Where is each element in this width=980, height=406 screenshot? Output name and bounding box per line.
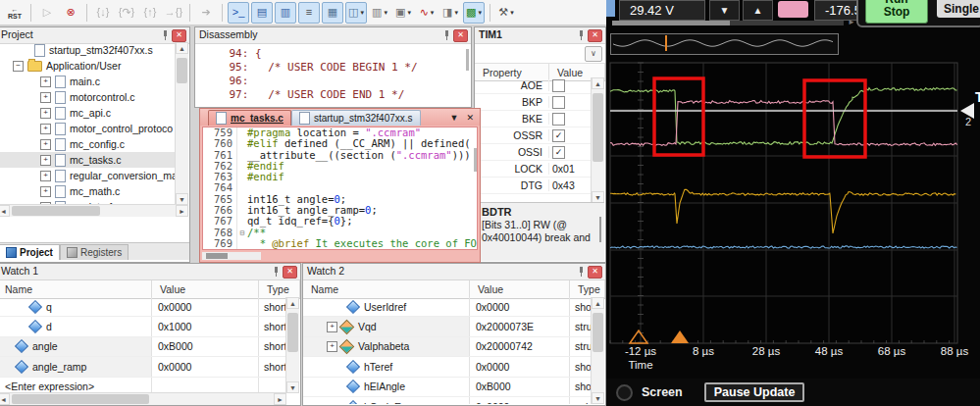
column-header-value[interactable]: Value — [470, 280, 570, 298]
editor-tab-startup-stm32f407xx-s[interactable]: startup_stm32f407xx.s — [291, 110, 421, 126]
watch-value-cell[interactable]: 0xB000 — [152, 337, 259, 356]
watch-row-angle-ramp[interactable]: angle_ramp0x0000short — [0, 357, 286, 377]
scroll-up-icon[interactable]: ▲ — [176, 42, 188, 54]
step-into-button[interactable]: {↓} — [92, 2, 114, 24]
tim1-row-ossi[interactable]: OSSI✓ — [475, 144, 592, 161]
scroll-up-icon[interactable]: ▲ — [286, 297, 299, 309]
pin-icon[interactable] — [272, 267, 280, 277]
watch-value-cell[interactable]: 0x0000 — [152, 357, 259, 376]
pause-update-button[interactable]: Pause Update — [704, 382, 805, 402]
watch-value-cell[interactable] — [152, 378, 259, 393]
tab-project[interactable]: Project — [0, 244, 60, 260]
watch-value-cell[interactable]: 0x0000 — [470, 297, 570, 316]
pin-icon[interactable] — [577, 30, 585, 40]
expand-icon[interactable]: + — [327, 341, 337, 352]
system-viewer-button[interactable]: ▩▾ — [463, 2, 485, 24]
disassembly-content[interactable]: 94: { 95: /* USER CODE BEGIN 1 */ 96: 97… — [195, 44, 471, 106]
analysis-window-button[interactable]: ∿▾ — [416, 2, 438, 24]
watch-value-cell[interactable]: 0x20000742 — [470, 337, 570, 356]
close-tab-icon[interactable]: ✕ — [466, 113, 474, 123]
watch1-horizontal-scrollbar[interactable]: ◄ ► — [0, 392, 286, 405]
command-window-button[interactable]: >_ — [228, 2, 249, 24]
watch-window-button[interactable]: ◫▾ — [345, 2, 367, 24]
level-increase-button[interactable]: ▲ — [743, 0, 773, 21]
tree-item-motorcontrol-c[interactable]: +motorcontrol.c — [0, 89, 176, 105]
watch-value-cell[interactable]: 0x1000 — [152, 317, 259, 335]
tree-item-main-c[interactable]: +main.c — [0, 74, 176, 89]
close-icon[interactable]: ✕ — [283, 266, 297, 279]
screen-radio-button[interactable] — [616, 384, 633, 401]
tim1-vertical-scrollbar[interactable]: ▲ ▼ — [591, 77, 604, 203]
checkbox-unchecked[interactable] — [552, 113, 565, 126]
expand-icon[interactable]: + — [40, 76, 51, 87]
watch-row-useridref[interactable]: UserIdref0x0000shor — [303, 297, 592, 317]
column-header-name[interactable]: Name — [0, 280, 152, 298]
close-icon[interactable]: ✕ — [588, 29, 602, 42]
tree-item-mc-math-c[interactable]: +mc_math.c — [0, 183, 176, 199]
tree-item-application-user[interactable]: −Application/User — [0, 58, 176, 74]
watch-value-cell[interactable]: 0x0000 — [470, 397, 570, 404]
tree-item-mc-config-c[interactable]: +mc_config.c — [0, 136, 176, 152]
watch1-vertical-scrollbar[interactable]: ▲ ▼ — [285, 297, 299, 393]
watch-row-hteref[interactable]: hTeref0x0000shor — [303, 357, 592, 377]
run-to-line-button[interactable]: →{} — [163, 2, 184, 24]
editor-vertical-scrollbar[interactable] — [474, 148, 477, 172]
run-stop-button[interactable]: Run Stop — [865, 0, 928, 24]
tim1-row-bkp[interactable]: BKP — [475, 94, 592, 111]
disassembly-scrollbar[interactable] — [466, 49, 469, 71]
single-button[interactable]: Single — [937, 0, 980, 18]
watch-value-cell[interactable]: 0x2000073E — [470, 317, 570, 335]
chevron-down-icon[interactable]: ∨ — [585, 46, 602, 62]
watch-row-hcodeerror[interactable]: hCodeError0x0000usho — [303, 397, 592, 404]
step-out-button[interactable]: {↑} — [139, 2, 161, 24]
expand-icon[interactable]: + — [40, 171, 51, 181]
code-line[interactable]: 762#endif — [203, 161, 477, 172]
tree-item-mc-tasks-c[interactable]: +mc_tasks.c — [0, 152, 176, 168]
code-line[interactable]: 761__attribute__((section (".ccmram"))) — [203, 150, 477, 161]
channel2-level-readout[interactable]: 29.42 V — [619, 0, 705, 21]
close-icon[interactable]: ✕ — [453, 29, 468, 42]
watch-row-q[interactable]: q0x0000short — [0, 297, 286, 317]
checkbox-checked[interactable]: ✓ — [552, 146, 565, 159]
tree-item-motor-control-protoco[interactable]: +motor_control_protoco — [0, 121, 176, 136]
expand-icon[interactable]: + — [40, 139, 51, 150]
serial-window-button[interactable]: ▣▾ — [392, 2, 414, 24]
scroll-left-icon[interactable]: ◄ — [0, 205, 10, 217]
watch-row-vqd[interactable]: +Vqd0x2000073Estru — [303, 317, 592, 336]
tim1-row-lock[interactable]: LOCK0x01 — [475, 161, 592, 178]
memory-window-button[interactable]: ▥▾ — [369, 2, 390, 24]
scroll-down-icon[interactable]: ▼ — [286, 381, 299, 393]
expand-icon[interactable]: + — [40, 186, 51, 197]
pin-icon[interactable] — [442, 30, 450, 40]
code-line[interactable]: 769 * @brief It executes the core of FO — [203, 238, 477, 249]
step-over-button[interactable]: {↷} — [116, 2, 137, 24]
pin-icon[interactable] — [577, 267, 585, 277]
column-header-type[interactable]: Type — [259, 280, 300, 298]
code-line[interactable]: 767qd_t idq_ref={0}; — [203, 216, 477, 227]
run-button[interactable]: ▷ — [36, 2, 58, 24]
tree-item-regular-conversion-ma[interactable]: +regular_conversion_ma — [0, 168, 176, 183]
channel1-color-swatch[interactable] — [778, 1, 808, 18]
editor-tab-mc-tasks-c[interactable]: mc_tasks.c — [208, 110, 291, 126]
column-header-type[interactable]: Type — [570, 280, 605, 298]
scroll-right-icon[interactable]: ► — [274, 393, 286, 405]
scroll-right-icon[interactable]: ► — [176, 205, 188, 217]
expand-icon[interactable]: + — [40, 155, 51, 166]
checkbox-checked[interactable]: ✓ — [552, 129, 565, 142]
tim1-row-bke[interactable]: BKE — [475, 111, 592, 127]
progress-arrow-icon[interactable]: ► — [848, 18, 855, 26]
watch-row-enter-expression[interactable]: <Enter expression> — [0, 378, 286, 393]
column-header-name[interactable]: Name — [303, 280, 470, 298]
scroll-down-icon[interactable]: ▼ — [592, 392, 604, 404]
watch-row-helangle[interactable]: hElAngle0xB000shor — [303, 378, 592, 397]
expand-icon[interactable]: + — [327, 322, 337, 332]
level-decrease-button[interactable]: ▼ — [709, 0, 740, 21]
expand-icon[interactable]: + — [40, 92, 51, 103]
pin-icon[interactable] — [161, 30, 169, 40]
project-horizontal-scrollbar[interactable]: ◄ ► — [0, 204, 188, 217]
tim1-row-ossr[interactable]: OSSR✓ — [475, 127, 592, 144]
symbols-window-button[interactable]: ▥ — [275, 2, 296, 24]
code-editor[interactable]: 759#pragma location = ".ccmram"760#elif … — [202, 127, 478, 250]
registers-window-button[interactable]: ≡ — [298, 2, 320, 24]
editor-horizontal-scrollbar[interactable] — [202, 252, 261, 260]
